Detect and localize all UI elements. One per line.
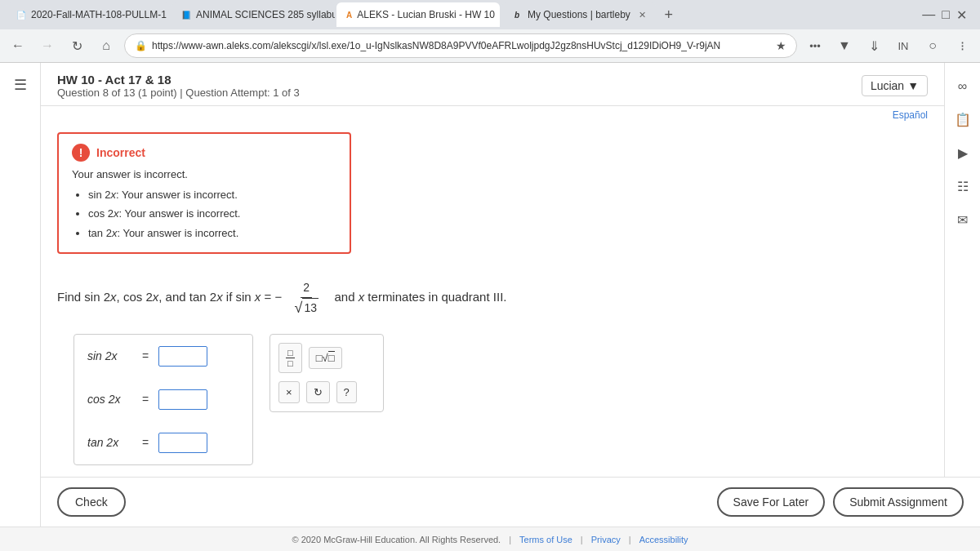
copyright-sep-1: | [509, 535, 511, 544]
fraction-denominator: √ 13 [292, 298, 321, 318]
new-tab-button[interactable]: + [657, 3, 680, 26]
terms-link[interactable]: Terms of Use [519, 535, 572, 544]
sin2x-label: sin 2x [87, 349, 132, 362]
footer-bar: Check Save For Later Submit Assignment [41, 477, 980, 527]
incorrect-title: Incorrect [96, 146, 145, 159]
tab-2[interactable]: 📘 ANIMAL SCIENCES 285 syllabu ✕ [172, 2, 335, 27]
question-area: Find sin 2x, cos 2x, and tan 2x if sin x… [41, 262, 944, 473]
hw-title: HW 10 - Act 17 & 18 [57, 73, 300, 87]
fraction-button[interactable]: □ □ [278, 343, 302, 373]
user-dropdown[interactable]: Lucian ▼ [862, 75, 928, 96]
tab-3[interactable]: A ALEKS - Lucian Bruski - HW 10 ✕ [336, 2, 500, 27]
incorrect-list: sin 2x: Your answer is incorrect. cos 2x… [72, 185, 336, 242]
footer-right-buttons: Save For Later Submit Assignment [717, 487, 964, 517]
espanol-link[interactable]: Español [893, 109, 928, 121]
url-actions: ★ [776, 39, 786, 52]
cos2x-equals: = [142, 393, 149, 406]
grid-icon[interactable]: ☷ [954, 176, 972, 198]
copyright-bar: © 2020 McGraw-Hill Education. All Rights… [0, 527, 980, 551]
tab-1[interactable]: 📄 2020-Fall-MATH-108-PULLM-1 ✕ [7, 2, 170, 27]
tan2x-equals: = [142, 436, 149, 449]
settings-icon[interactable]: ⁝ [951, 34, 973, 57]
cos-label: cos 2x: Your answer is incorrect. [88, 207, 240, 220]
copyright-sep-3: | [629, 535, 631, 544]
page-header-left: HW 10 - Act 17 & 18 Question 8 of 13 (1 … [57, 73, 300, 99]
tab-3-label: ALEKS - Lucian Bruski - HW 10 [357, 9, 495, 20]
keyboard-undo-button[interactable]: ↻ [306, 381, 330, 403]
answer-fields-box: sin 2x = cos 2x = tan 2x = [74, 334, 253, 465]
keyboard-help-button[interactable]: ? [336, 381, 357, 403]
sin2x-row: sin 2x = [87, 346, 239, 367]
bookmark-toolbar-icon[interactable]: ▼ [833, 34, 856, 57]
answers-panel: sin 2x = cos 2x = tan 2x = [57, 334, 928, 465]
tab-2-favicon: 📘 [181, 9, 191, 20]
clipboard-icon[interactable]: 📋 [951, 109, 974, 131]
tab-bar: 📄 2020-Fall-MATH-108-PULLM-1 ✕ 📘 ANIMAL … [0, 0, 980, 29]
close-window-button[interactable]: ✕ [956, 7, 967, 23]
url-bar[interactable]: 🔒 https://www-awn.aleks.com/alekscgi/x/l… [124, 33, 797, 58]
fraction-numerator: 2 [301, 278, 312, 297]
url-text: https://www-awn.aleks.com/alekscgi/x/lsl… [152, 40, 771, 51]
keyboard-close-button[interactable]: × [278, 381, 300, 403]
play-icon[interactable]: ▶ [955, 142, 971, 164]
inprivate-icon: IN [892, 34, 915, 57]
save-later-button[interactable]: Save For Later [717, 487, 826, 517]
bookmark-icon[interactable]: ★ [776, 39, 786, 52]
sqrt-button[interactable]: □√□ [309, 347, 342, 369]
incorrect-icon: ! [72, 144, 90, 162]
espanol-bar: Español [41, 106, 944, 124]
back-button[interactable]: ← [7, 34, 29, 57]
tab-4-label: My Questions | bartleby [528, 9, 630, 20]
infinity-icon[interactable]: ∞ [955, 76, 970, 97]
hamburger-menu-icon[interactable]: ☰ [9, 71, 32, 99]
profile-icon[interactable]: ○ [921, 34, 944, 57]
restore-button[interactable]: □ [942, 7, 950, 22]
extensions-button[interactable]: ••• [804, 34, 826, 57]
copyright-text: © 2020 McGraw-Hill Education. All Rights… [292, 535, 501, 544]
home-button[interactable]: ⌂ [95, 34, 118, 57]
sin-label: sin 2x: Your answer is incorrect. [88, 189, 238, 201]
incorrect-body: Your answer is incorrect. sin 2x: Your a… [72, 168, 336, 242]
tan2x-row: tan 2x = [87, 433, 239, 453]
tan2x-input[interactable] [158, 433, 207, 453]
dropdown-chevron-icon: ▼ [907, 79, 919, 92]
math-keyboard-bottom: × ↻ ? [278, 381, 375, 403]
address-bar: ← → ↻ ⌂ 🔒 https://www-awn.aleks.com/alek… [0, 29, 980, 62]
minimize-button[interactable]: — [922, 7, 935, 22]
cos2x-input[interactable] [158, 389, 207, 410]
mail-icon[interactable]: ✉ [954, 209, 971, 231]
incorrect-item-tan: tan 2x: Your answer is incorrect. [88, 224, 336, 242]
download-icon[interactable]: ⇓ [862, 34, 885, 57]
tab-4[interactable]: b My Questions | bartleby ✕ [501, 2, 656, 27]
tab-1-label: 2020-Fall-MATH-108-PULLM-1 [31, 9, 167, 20]
math-fraction: 2 √ 13 [292, 278, 321, 317]
sqrt-radicand: 13 [302, 298, 318, 317]
window-controls: — □ ✕ [922, 7, 973, 23]
incorrect-header: ! Incorrect [72, 144, 336, 162]
incorrect-feedback-box: ! Incorrect Your answer is incorrect. si… [57, 132, 351, 254]
privacy-link[interactable]: Privacy [591, 535, 621, 544]
accessibility-link[interactable]: Accessibility [639, 535, 688, 544]
cos2x-row: cos 2x = [87, 389, 239, 410]
tab-4-close[interactable]: ✕ [639, 10, 646, 20]
copyright-sep-2: | [581, 535, 583, 544]
check-button[interactable]: Check [57, 487, 126, 517]
forward-button[interactable]: → [36, 34, 59, 57]
tab-4-favicon: b [511, 9, 523, 20]
question-subtitle: Question 8 of 13 (1 point) | Question At… [57, 87, 300, 99]
tab-3-favicon: A [346, 9, 352, 20]
tab-2-label: ANIMAL SCIENCES 285 syllabu [196, 9, 335, 20]
math-keyboard: □ □ □√□ × ↻ ? [270, 334, 384, 412]
tan-label: tan 2x: Your answer is incorrect. [88, 227, 238, 239]
lock-icon: 🔒 [135, 40, 147, 51]
tab-1-favicon: 📄 [16, 9, 26, 20]
browser-chrome: 📄 2020-Fall-MATH-108-PULLM-1 ✕ 📘 ANIMAL … [0, 0, 980, 63]
math-keyboard-top: □ □ □√□ [278, 343, 375, 373]
incorrect-item-sin: sin 2x: Your answer is incorrect. [88, 185, 336, 204]
sin2x-input[interactable] [158, 346, 207, 367]
sin2x-equals: = [142, 349, 149, 362]
sqrt-wrapper: √ 13 [295, 298, 318, 317]
submit-assignment-button[interactable]: Submit Assignment [833, 487, 964, 517]
sidebar-left: ☰ [0, 63, 41, 551]
refresh-button[interactable]: ↻ [65, 34, 88, 57]
